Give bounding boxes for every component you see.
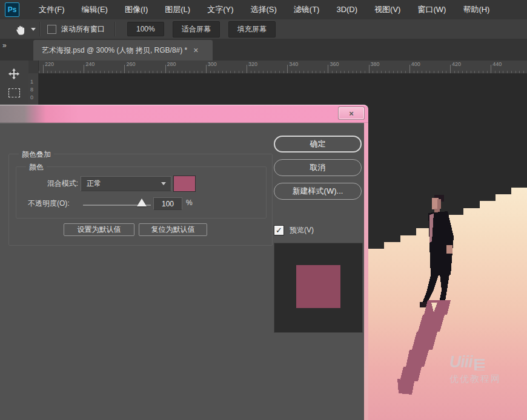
ruler-major-tick [206, 65, 207, 73]
scroll-all-windows-option[interactable]: 滚动所有窗口 [47, 24, 105, 34]
menu-item-9[interactable]: 窗口(W) [409, 0, 454, 19]
preview-label: 预览(V) [290, 225, 314, 235]
ruler-label: 440 [492, 61, 502, 67]
menu-item-6[interactable]: 滤镜(T) [285, 0, 328, 19]
style-preview-swatch [296, 265, 340, 308]
check-icon: ✓ [276, 226, 282, 234]
style-preview-box [274, 243, 363, 333]
ruler-label: 380 [371, 61, 380, 67]
ruler-label: 420 [452, 61, 461, 67]
ruler-major-tick [450, 65, 451, 73]
color-group: 颜色 混合模式: 正常 不透明度(O): % [16, 166, 267, 218]
v-ruler-digit: 8 [30, 87, 33, 93]
menu-item-0[interactable]: 文件(F) [30, 0, 73, 19]
group-title: 颜色 [26, 162, 47, 172]
dialog-titlebar[interactable] [0, 105, 368, 123]
menu-item-8[interactable]: 视图(V) [366, 0, 409, 19]
ruler-label: 360 [330, 61, 339, 67]
ruler-ticks: 220240260280300320340360380400420440 [38, 61, 527, 73]
photoshop-window: Ps 文件(F)编辑(E)图像(I)图层(L)文字(Y)选择(S)滤镜(T)3D… [0, 0, 527, 420]
ruler-label: 280 [167, 61, 176, 67]
chevron-down-icon [161, 182, 166, 185]
ruler-label: 240 [85, 61, 94, 67]
hand-tool-preset[interactable] [13, 22, 36, 36]
overlay-color-swatch[interactable] [173, 176, 196, 192]
opacity-input[interactable] [153, 197, 182, 210]
reset-default-button[interactable]: 复位为默认值 [139, 223, 207, 236]
color-overlay-section: 颜色叠加 颜色 混合模式: 正常 不透明度(O): % 设置为默认值 [8, 154, 273, 246]
ruler-label: 340 [289, 61, 298, 67]
opacity-label: 不透明度(O): [28, 199, 70, 209]
ruler-label: 400 [411, 61, 420, 67]
horizontal-ruler: 220240260280300320340360380400420440 [28, 61, 527, 74]
double-chevron-icon[interactable]: » [2, 41, 5, 50]
opacity-slider-thumb[interactable] [137, 199, 147, 206]
options-bar: 滚动所有窗口 100% 适合屏幕 填充屏幕 [0, 19, 527, 39]
marquee-tool-button[interactable] [0, 85, 28, 100]
ruler-label: 220 [45, 61, 54, 67]
ruler-label: 320 [248, 61, 257, 67]
dialog-glass-border [364, 123, 368, 420]
ruler-major-tick [328, 65, 328, 73]
scroll-all-windows-label: 滚动所有窗口 [61, 24, 105, 34]
move-tool-button[interactable] [0, 67, 28, 82]
document-tab[interactable]: 艺术海报.psd @ 300% (人物 拷贝, RGB/8#) * × [33, 40, 213, 61]
ruler-major-tick [124, 65, 125, 73]
ruler-major-tick [491, 65, 491, 73]
set-default-button[interactable]: 设置为默认值 [64, 223, 134, 236]
watermark-brand: 优优教程网 [449, 374, 501, 383]
opacity-unit: % [186, 199, 193, 207]
preview-option[interactable]: ✓ 预览(V) [274, 225, 314, 235]
menu-item-3[interactable]: 图层(L) [156, 0, 199, 19]
close-icon: × [349, 109, 354, 118]
ruler-label: 260 [126, 61, 135, 67]
ruler-major-tick [369, 65, 370, 73]
menu-item-2[interactable]: 图像(I) [116, 0, 156, 19]
separator [114, 22, 115, 36]
dialog-body: 颜色叠加 颜色 混合模式: 正常 不透明度(O): % 设置为默认值 [0, 123, 364, 420]
menu-bar: Ps 文件(F)编辑(E)图像(I)图层(L)文字(Y)选择(S)滤镜(T)3D… [0, 0, 527, 20]
ok-button[interactable]: 确定 [274, 136, 362, 153]
watermark-logo: Uiii [449, 354, 501, 370]
zoom-100-button[interactable]: 100% [127, 22, 164, 36]
new-style-button[interactable]: 新建样式(W)... [274, 183, 362, 200]
blend-mode-value: 正常 [87, 179, 101, 189]
document-title: 艺术海报.psd @ 300% (人物 拷贝, RGB/8#) * [42, 45, 187, 56]
menu-item-10[interactable]: 帮助(H) [454, 0, 498, 19]
fill-screen-button[interactable]: 填充屏幕 [228, 21, 276, 38]
ruler-label: 300 [208, 61, 217, 67]
menu-item-1[interactable]: 编辑(E) [73, 0, 116, 19]
marquee-icon [8, 88, 20, 97]
photoshop-logo-icon: Ps [5, 2, 19, 17]
ruler-major-tick [165, 65, 166, 73]
blend-mode-dropdown[interactable]: 正常 [81, 176, 171, 191]
fit-screen-button[interactable]: 适合屏幕 [173, 21, 220, 38]
cancel-button[interactable]: 取消 [274, 159, 362, 176]
ruler-major-tick [84, 65, 84, 73]
layer-style-dialog: × 颜色叠加 颜色 混合模式: 正常 不透明度(O): [0, 105, 368, 420]
watermark: Uiii 优优教程网 [449, 354, 501, 383]
menu-item-7[interactable]: 3D(D) [328, 0, 366, 19]
preview-checkbox[interactable]: ✓ [274, 225, 284, 235]
tab-close-icon[interactable]: × [193, 45, 198, 55]
menu-item-5[interactable]: 选择(S) [242, 0, 285, 19]
ruler-corner [28, 61, 39, 73]
hand-icon [13, 22, 27, 36]
blend-mode-label: 混合模式: [47, 179, 78, 189]
ruler-major-tick [287, 65, 288, 73]
chevron-down-icon[interactable] [31, 28, 36, 31]
dialog-close-button[interactable]: × [338, 107, 365, 120]
ruler-major-tick [43, 65, 44, 73]
menu-items: 文件(F)编辑(E)图像(I)图层(L)文字(Y)选择(S)滤镜(T)3D(D)… [30, 0, 498, 19]
watermark-logo-mark [474, 359, 485, 370]
scroll-all-windows-checkbox[interactable] [47, 25, 56, 34]
ruler-major-tick [409, 65, 410, 73]
menu-item-4[interactable]: 文字(Y) [199, 0, 242, 19]
section-title: 颜色叠加 [19, 149, 54, 160]
document-tab-bar: » 艺术海报.psd @ 300% (人物 拷贝, RGB/8#) * × [0, 39, 527, 61]
move-icon [7, 68, 21, 81]
ruler-major-tick [247, 65, 247, 73]
v-ruler-digit: 0 [30, 94, 33, 100]
separator [39, 22, 40, 36]
v-ruler-digit: 1 [30, 79, 33, 85]
